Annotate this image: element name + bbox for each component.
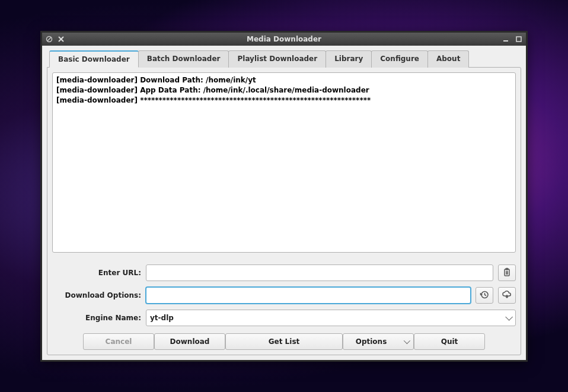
options-button[interactable]: Options	[343, 333, 414, 350]
engine-combo[interactable]: yt-dlp	[146, 310, 516, 326]
history-icon	[480, 290, 489, 301]
svg-rect-5	[516, 37, 521, 42]
window-title: Media Downloader	[42, 35, 526, 43]
engine-combo-value: yt-dlp	[150, 314, 174, 322]
url-input[interactable]	[146, 264, 493, 281]
tab-configure[interactable]: Configure	[371, 50, 428, 68]
download-options-input[interactable]	[146, 287, 471, 304]
log-output[interactable]: [media-downloader] Download Path: /home/…	[52, 72, 516, 253]
quit-button[interactable]: Quit	[414, 333, 485, 350]
cloud-download-icon	[502, 290, 512, 301]
url-label: Enter URL:	[52, 269, 141, 277]
get-list-button[interactable]: Get List	[225, 333, 343, 350]
clipboard-icon	[502, 267, 512, 279]
cloud-download-button[interactable]	[498, 287, 516, 304]
close-button[interactable]	[56, 34, 66, 44]
download-options-label: Download Options:	[52, 291, 141, 299]
tab-about[interactable]: About	[427, 50, 469, 68]
titlebar-menu-button[interactable]	[44, 34, 54, 44]
paste-button[interactable]	[498, 264, 516, 281]
tab-library[interactable]: Library	[326, 50, 372, 68]
tab-basic-downloader[interactable]: Basic Downloader	[49, 50, 139, 68]
tabbar: Basic Downloader Batch Downloader Playli…	[47, 50, 521, 68]
svg-line-1	[47, 37, 51, 41]
download-button[interactable]: Download	[154, 333, 225, 350]
maximize-button[interactable]	[514, 34, 524, 44]
cancel-button: Cancel	[83, 333, 154, 350]
tab-playlist-downloader[interactable]: Playlist Downloader	[228, 50, 326, 68]
history-button[interactable]	[476, 287, 493, 304]
engine-name-label: Engine Name:	[52, 314, 141, 322]
app-window: Media Downloader Basic Downloader Batch …	[40, 31, 528, 362]
titlebar: Media Downloader	[42, 33, 526, 46]
tab-batch-downloader[interactable]: Batch Downloader	[138, 50, 229, 68]
content-area: Basic Downloader Batch Downloader Playli…	[42, 46, 526, 360]
minimize-button[interactable]	[501, 34, 510, 44]
tab-content: [media-downloader] Download Path: /home/…	[47, 67, 521, 355]
